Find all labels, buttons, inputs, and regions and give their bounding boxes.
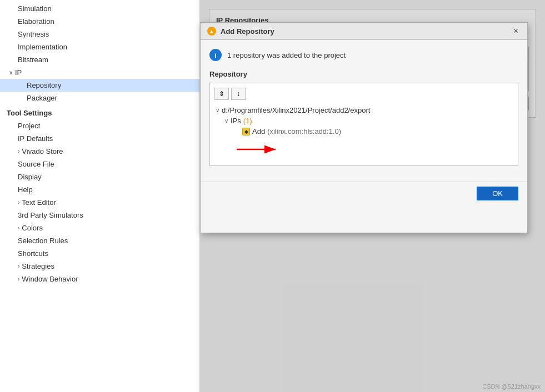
sidebar-item-label: 3rd Party Simulators (18, 211, 83, 219)
sidebar-item-label: Simulation (18, 4, 52, 13)
sidebar-item-label: Repository (27, 81, 61, 89)
sidebar-item-label: Display (18, 173, 42, 181)
chevron-right-icon: › (18, 263, 19, 269)
tree-node-ip-item: ◆ Add (xilinx.com:hls:add:1.0) (223, 125, 513, 137)
sidebar-item-label: Shortcuts (18, 249, 48, 258)
sidebar-item-synthesis[interactable]: Synthesis (0, 28, 199, 41)
sidebar-item-label: Window Behavior (22, 275, 78, 283)
chevron-down-icon: ∨ (9, 69, 13, 76)
sidebar-item-label: Source File (18, 160, 54, 168)
collapse-all-button[interactable]: ↕ (231, 88, 246, 100)
ips-label: IPs (231, 117, 241, 125)
sidebar-item-label: IP Defaults (18, 134, 53, 143)
sidebar-item-label: Strategies (22, 262, 54, 270)
close-button[interactable]: × (511, 26, 521, 36)
sidebar-item-window-behavior[interactable]: › Window Behavior (0, 273, 199, 285)
sidebar-item-label: Colors (22, 224, 43, 232)
arrow-annotation (214, 142, 513, 157)
ips-count: (1) (243, 117, 252, 125)
sidebar-item-implementation[interactable]: Implementation (0, 41, 199, 53)
tree-node-repo: ∨ d:/Programfiles/Xilinx2021/Project/add… (214, 104, 513, 139)
sidebar: Simulation Elaboration Synthesis Impleme… (0, 0, 200, 392)
ip-id: (xilinx.com:hls:add:1.0) (267, 127, 341, 135)
expand-all-button[interactable]: ⇕ (214, 88, 229, 100)
modal-overlay: ▲ Add Repository × i 1 repository was ad… (200, 0, 545, 392)
sidebar-item-ip-defaults[interactable]: IP Defaults (0, 132, 199, 145)
sidebar-item-label: Vivado Store (22, 147, 63, 155)
sidebar-item-ip[interactable]: ∨ IP (0, 66, 199, 79)
sidebar-item-shortcuts[interactable]: Shortcuts (0, 247, 199, 260)
vivado-icon: ▲ (207, 27, 216, 36)
sidebar-item-display[interactable]: Display (0, 170, 199, 183)
modal-header: ▲ Add Repository × (201, 23, 527, 40)
ip-name: Add (252, 127, 265, 135)
red-arrow-svg (231, 142, 281, 157)
modal-body: i 1 repository was added to the project … (201, 40, 527, 182)
watermark: CSDN @521zhangxx (482, 383, 541, 390)
ok-button[interactable]: OK (477, 187, 518, 200)
info-row: i 1 repository was added to the project (209, 49, 518, 61)
sidebar-item-elaboration[interactable]: Elaboration (0, 15, 199, 28)
ip-item-row[interactable]: ◆ Add (xilinx.com:hls:add:1.0) (241, 127, 513, 136)
sidebar-item-label: Synthesis (18, 30, 49, 38)
sidebar-item-label: Help (18, 185, 33, 194)
tree-toolbar: ⇕ ↕ (214, 88, 513, 100)
sidebar-item-help[interactable]: Help (0, 183, 199, 196)
tool-settings-header: Tool Settings (0, 104, 199, 119)
info-text: 1 repository was added to the project (227, 51, 346, 59)
sidebar-item-selection-rules[interactable]: Selection Rules (0, 234, 199, 247)
sidebar-item-strategies[interactable]: › Strategies (0, 260, 199, 273)
repo-tree-box: ⇕ ↕ ∨ d:/Programfiles/Xilinx2021/Project… (209, 83, 518, 166)
expand-all-icon: ⇕ (219, 90, 224, 98)
sidebar-item-packager[interactable]: Packager (0, 92, 199, 104)
repo-path-label: d:/Programfiles/Xilinx2021/Project/add2/… (222, 106, 370, 114)
chevron-right-icon: › (18, 148, 19, 154)
modal-footer: OK (201, 182, 527, 205)
sidebar-item-vivado-store[interactable]: › Vivado Store (0, 145, 199, 158)
sidebar-item-label: Project (18, 122, 40, 130)
sidebar-item-repository[interactable]: Repository (0, 79, 199, 92)
sidebar-item-colors[interactable]: › Colors (0, 222, 199, 234)
chevron-down-icon: ∨ (224, 118, 228, 124)
sidebar-item-label: IP (15, 68, 22, 77)
tree-node-ips: ∨ IPs (1) ◆ Add (xilinx.com:hls:add:1.0) (214, 115, 513, 138)
sidebar-item-label: Bitstream (18, 56, 48, 64)
tree-node-ips-row[interactable]: ∨ IPs (1) (223, 116, 513, 125)
sidebar-item-label: Packager (27, 94, 57, 102)
tree-node-repo-row[interactable]: ∨ d:/Programfiles/Xilinx2021/Project/add… (214, 105, 513, 115)
sidebar-item-simulation[interactable]: Simulation (0, 2, 199, 15)
modal-title: Add Repository (221, 27, 507, 36)
info-icon: i (209, 49, 222, 61)
sidebar-item-label: Implementation (18, 43, 67, 51)
repo-section-title: Repository (209, 70, 518, 78)
chevron-right-icon: › (18, 199, 19, 205)
sidebar-item-3rd-party[interactable]: 3rd Party Simulators (0, 209, 199, 222)
sidebar-item-bitstream[interactable]: Bitstream (0, 53, 199, 66)
sidebar-item-text-editor[interactable]: › Text Editor (0, 196, 199, 209)
sidebar-item-source-file[interactable]: Source File (0, 158, 199, 170)
sidebar-item-project[interactable]: Project (0, 119, 199, 132)
sidebar-item-label: Selection Rules (18, 237, 68, 245)
sidebar-item-label: Elaboration (18, 17, 54, 26)
chevron-right-icon: › (18, 276, 19, 282)
chevron-right-icon: › (18, 225, 19, 231)
collapse-all-icon: ↕ (237, 90, 240, 98)
chevron-down-icon: ∨ (216, 107, 219, 113)
main-content: IP Repositories + − ↑ ↓ d:/Programfiles/… (200, 0, 545, 392)
ip-icon: ◆ (242, 128, 250, 135)
add-repository-modal: ▲ Add Repository × i 1 repository was ad… (200, 22, 528, 233)
sidebar-item-label: Text Editor (22, 198, 56, 207)
